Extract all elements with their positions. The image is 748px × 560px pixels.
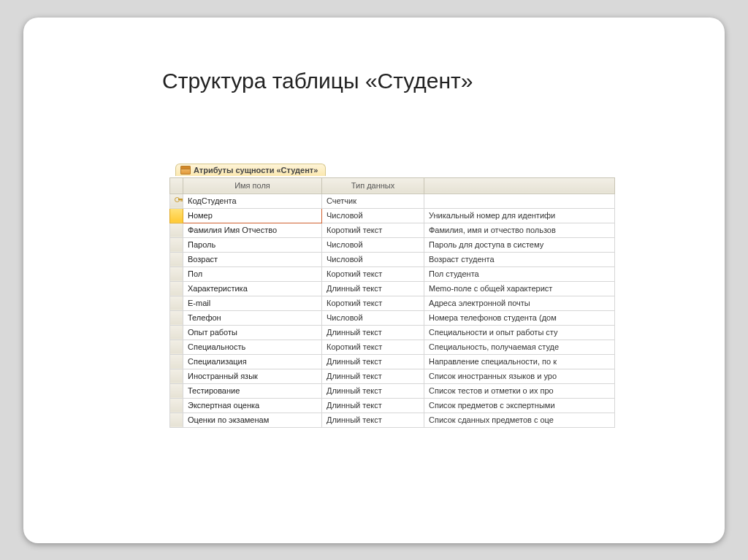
field-type-cell[interactable]: Длинный текст — [322, 281, 424, 296]
row-selector[interactable] — [170, 237, 183, 252]
header-selector — [170, 177, 183, 193]
primary-key-icon — [175, 196, 182, 204]
header-desc[interactable] — [424, 177, 615, 193]
field-type-cell[interactable]: Числовой — [322, 252, 424, 266]
row-selector[interactable] — [170, 383, 183, 398]
field-name-cell[interactable]: Возраст — [183, 252, 322, 266]
row-selector[interactable] — [170, 266, 183, 281]
field-desc-cell[interactable] — [424, 193, 615, 208]
table-row[interactable]: Оценки по экзаменамДлинный текстСписок с… — [170, 413, 615, 427]
field-type-cell[interactable]: Числовой — [322, 237, 424, 252]
field-name-cell[interactable]: Номер — [183, 208, 322, 223]
field-name-cell[interactable]: Опыт работы — [183, 325, 322, 340]
field-type-cell[interactable]: Числовой — [322, 310, 424, 325]
field-name-cell[interactable]: КодСтудента — [183, 193, 322, 208]
row-selector[interactable] — [170, 252, 183, 266]
header-type[interactable]: Тип данных — [322, 177, 424, 193]
field-desc-cell[interactable]: Список иностранных языков и уро — [424, 369, 615, 383]
field-type-cell[interactable]: Числовой — [322, 208, 424, 223]
row-selector[interactable] — [170, 296, 183, 310]
row-selector[interactable] — [170, 340, 183, 354]
field-name-cell[interactable]: Телефон — [183, 310, 322, 325]
row-selector[interactable] — [170, 369, 183, 383]
field-name-cell[interactable]: Экспертная оценка — [183, 398, 322, 413]
field-desc-cell[interactable]: Пароль для доступа в систему — [424, 237, 615, 252]
field-type-cell[interactable]: Длинный текст — [322, 369, 424, 383]
table-row[interactable]: ПарольЧисловойПароль для доступа в систе… — [170, 237, 615, 252]
table-row[interactable]: Экспертная оценкаДлинный текстСписок пре… — [170, 398, 615, 413]
field-desc-cell[interactable]: Фамилия, имя и отчество пользов — [424, 223, 615, 237]
field-type-cell[interactable]: Длинный текст — [322, 413, 424, 427]
table-row[interactable]: НомерЧисловойУникальный номер для иденти… — [170, 208, 615, 223]
table-row[interactable]: ВозрастЧисловойВозраст студента — [170, 252, 615, 266]
field-name-cell[interactable]: Тестирование — [183, 383, 322, 398]
tab-attributes[interactable]: Атрибуты сущности «Студент» — [175, 164, 326, 176]
field-name-cell[interactable]: E-mail — [183, 296, 322, 310]
field-desc-cell[interactable]: Список сданных предметов с оце — [424, 413, 615, 427]
field-type-cell[interactable]: Короткий текст — [322, 223, 424, 237]
table-row[interactable]: Опыт работыДлинный текстСпециальности и … — [170, 325, 615, 340]
field-type-cell[interactable]: Короткий текст — [322, 266, 424, 281]
field-desc-cell[interactable]: Специальность, получаемая студе — [424, 340, 615, 354]
field-desc-cell[interactable]: Направление специальности, по к — [424, 354, 615, 369]
table-row[interactable]: E-mailКороткий текстАдреса электронной п… — [170, 296, 615, 310]
row-selector[interactable] — [170, 413, 183, 427]
field-name-cell[interactable]: Пароль — [183, 237, 322, 252]
row-selector[interactable] — [170, 208, 183, 223]
field-type-cell[interactable]: Короткий текст — [322, 296, 424, 310]
row-selector[interactable] — [170, 354, 183, 369]
table-row[interactable]: ТелефонЧисловойНомера телефонов студента… — [170, 310, 615, 325]
field-name-cell[interactable]: Пол — [183, 266, 322, 281]
field-type-cell[interactable]: Длинный текст — [322, 383, 424, 398]
table-row[interactable]: ТестированиеДлинный текстСписок тестов и… — [170, 383, 615, 398]
header-name[interactable]: Имя поля — [183, 177, 322, 193]
table-row[interactable]: СпециальностьКороткий текстСпециальность… — [170, 340, 615, 354]
field-type-cell[interactable]: Длинный текст — [322, 325, 424, 340]
table-row[interactable]: ПолКороткий текстПол студента — [170, 266, 615, 281]
table-designer: Атрибуты сущности «Студент» Имя поля Тип… — [169, 164, 615, 428]
table-row[interactable]: Иностранный языкДлинный текстСписок инос… — [170, 369, 615, 383]
field-desc-cell[interactable]: Пол студента — [424, 266, 615, 281]
field-desc-cell[interactable]: Memo-поле с общей характерист — [424, 281, 615, 296]
table-icon — [180, 166, 191, 174]
field-type-cell[interactable]: Короткий текст — [322, 340, 424, 354]
page-title: Структура таблицы «Студент» — [162, 69, 695, 93]
table-row[interactable]: СпециализацияДлинный текстНаправление сп… — [170, 354, 615, 369]
field-desc-cell[interactable]: Уникальный номер для идентифи — [424, 208, 615, 223]
field-desc-cell[interactable]: Номера телефонов студента (дом — [424, 310, 615, 325]
field-type-cell[interactable]: Длинный текст — [322, 398, 424, 413]
field-type-cell[interactable]: Счетчик — [322, 193, 424, 208]
field-desc-cell[interactable]: Возраст студента — [424, 252, 615, 266]
field-type-cell[interactable]: Длинный текст — [322, 354, 424, 369]
header-row: Имя поля Тип данных — [170, 177, 615, 193]
row-selector[interactable] — [170, 281, 183, 296]
field-desc-cell[interactable]: Список тестов и отметки о их про — [424, 383, 615, 398]
field-name-cell[interactable]: Характеристика — [183, 281, 322, 296]
field-grid: Имя поля Тип данных КодСтудентаСчетчикНо… — [169, 177, 615, 428]
tab-label: Атрибуты сущности «Студент» — [194, 166, 318, 174]
table-row[interactable]: Фамилия Имя ОтчествоКороткий текстФамили… — [170, 223, 615, 237]
row-selector[interactable] — [170, 325, 183, 340]
row-selector[interactable] — [170, 310, 183, 325]
row-selector[interactable] — [170, 223, 183, 237]
field-desc-cell[interactable]: Адреса электронной почты — [424, 296, 615, 310]
field-name-cell[interactable]: Оценки по экзаменам — [183, 413, 322, 427]
field-desc-cell[interactable]: Список предметов с экспертными — [424, 398, 615, 413]
row-selector[interactable] — [170, 193, 183, 208]
table-row[interactable]: ХарактеристикаДлинный текстMemo-поле с о… — [170, 281, 615, 296]
field-name-cell[interactable]: Специальность — [183, 340, 322, 354]
row-selector[interactable] — [170, 398, 183, 413]
field-desc-cell[interactable]: Специальности и опыт работы сту — [424, 325, 615, 340]
field-name-cell[interactable]: Фамилия Имя Отчество — [183, 223, 322, 237]
field-name-cell[interactable]: Специализация — [183, 354, 322, 369]
field-name-cell[interactable]: Иностранный язык — [183, 369, 322, 383]
table-row[interactable]: КодСтудентаСчетчик — [170, 193, 615, 208]
slide: Структура таблицы «Студент» Атрибуты сущ… — [23, 18, 725, 543]
